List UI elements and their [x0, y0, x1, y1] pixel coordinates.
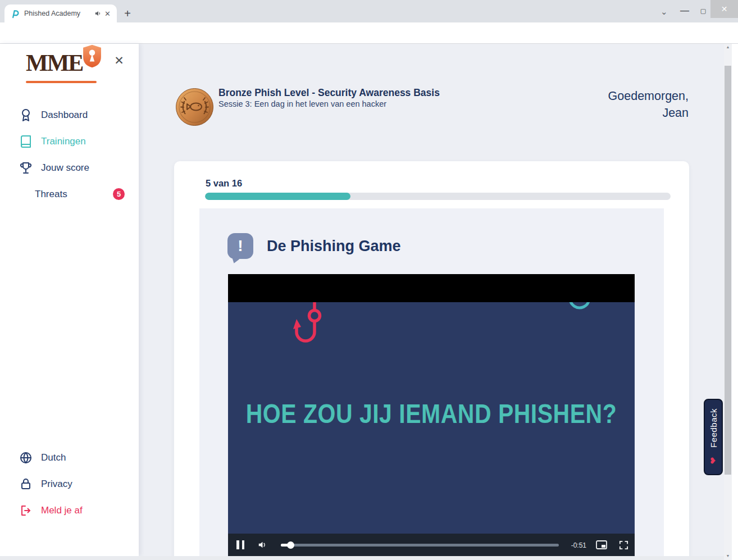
picture-in-picture-icon[interactable] [596, 540, 607, 550]
fullscreen-icon[interactable] [619, 540, 628, 550]
window-maximize-button[interactable]: ▢ [697, 4, 709, 17]
video-player[interactable]: HOE ZOU JIJ IEMAND PHISHEN? -0:51 [228, 274, 635, 556]
red-fishhook-icon [292, 299, 329, 353]
feedback-button[interactable]: Feedback ❤ [704, 399, 723, 475]
greeting-name: Jean [608, 104, 689, 121]
user-greeting: Goedemorgen, Jean [608, 88, 689, 121]
pause-bar [236, 540, 239, 549]
session-subtitle: Sessie 3: Een dag in het leven van een h… [218, 99, 386, 108]
logo-underline [26, 81, 97, 83]
sidebar-item-language[interactable]: Dutch [19, 448, 66, 467]
sidebar-item-jouw-score[interactable]: Jouw score [19, 158, 89, 177]
video-slide-text: HOE ZOU JIJ IEMAND PHISHEN? [228, 399, 635, 430]
video-controls-bar: -0:51 [228, 534, 635, 556]
progress-bar [205, 193, 671, 200]
window-right-edge [732, 44, 738, 560]
threats-count-badge[interactable]: 5 [113, 188, 125, 200]
trophy-icon [19, 161, 33, 175]
sidebar-item-label: Threats [35, 189, 67, 200]
browser-titlebar: Phished Academy ✕ + ⌄ — ▢ ✕ [0, 0, 738, 22]
speech-bubble-icon: ! [227, 233, 253, 259]
sidebar-item-privacy[interactable]: Privacy [19, 475, 72, 494]
window-minimize-button[interactable]: — [678, 4, 691, 17]
window-close-button[interactable]: ✕ [710, 0, 738, 18]
sidebar-item-label: Dutch [41, 452, 66, 463]
sidebar-item-threats[interactable]: Threats [35, 185, 67, 204]
book-icon [19, 135, 33, 148]
video-progress-handle[interactable] [287, 541, 294, 549]
scrollbar-down-arrow[interactable]: ▼ [724, 554, 732, 558]
feedback-label: Feedback [709, 408, 718, 448]
volume-icon[interactable] [257, 540, 268, 550]
sidebar-item-logout[interactable]: Meld je af [19, 501, 83, 520]
progress-label: 5 van 16 [206, 178, 242, 189]
award-icon [19, 108, 33, 122]
scrollbar-thumb[interactable] [725, 66, 731, 475]
sidebar: MME ✕ [0, 44, 139, 556]
progress-bar-fill [205, 193, 350, 200]
pause-bar [242, 540, 245, 549]
video-time-remaining: -0:51 [565, 541, 586, 549]
lock-icon [19, 477, 33, 491]
content-title: De Phishing Game [267, 238, 401, 255]
bronze-medal-icon [175, 88, 214, 126]
browser-tab[interactable]: Phished Academy ✕ [4, 4, 117, 22]
window-bottom-edge [0, 556, 724, 560]
sidebar-item-label: Trainingen [41, 136, 86, 147]
browser-toolbar: ← → mmesec.phishedacademy.io/nl/academy/… [0, 22, 738, 44]
phished-favicon-icon [10, 9, 20, 19]
sidebar-item-label: Jouw score [41, 162, 89, 174]
scrollbar-up-arrow[interactable]: ▲ [724, 45, 732, 49]
heart-icon: ❤ [708, 457, 718, 465]
browser-window: Phished Academy ✕ + ⌄ — ▢ ✕ ← → [0, 0, 738, 560]
course-title: Bronze Phish Level - Security Awareness … [218, 87, 440, 99]
sidebar-close-icon[interactable]: ✕ [112, 54, 126, 67]
globe-icon [19, 451, 33, 465]
mme-logo: MME [26, 48, 100, 81]
sidebar-item-dashboard[interactable]: Dashboard [19, 106, 88, 125]
video-letterbox [228, 274, 635, 302]
sidebar-item-trainingen[interactable]: Trainingen [19, 132, 86, 151]
logout-icon [19, 504, 33, 517]
new-tab-button[interactable]: + [121, 7, 134, 20]
sidebar-item-label: Privacy [41, 479, 72, 490]
sidebar-item-label: Meld je af [41, 505, 83, 516]
pause-button[interactable] [236, 540, 244, 549]
tab-list-chevron-icon[interactable]: ⌄ [660, 7, 668, 17]
sidebar-item-label: Dashboard [41, 110, 88, 121]
tab-title: Phished Academy [24, 10, 93, 17]
tab-close-icon[interactable]: ✕ [103, 9, 112, 19]
video-progress-slider[interactable] [281, 544, 559, 547]
tab-audio-icon[interactable] [93, 9, 103, 19]
greeting-line: Goedemorgen, [608, 88, 689, 104]
shield-keyhole-icon [82, 44, 102, 69]
